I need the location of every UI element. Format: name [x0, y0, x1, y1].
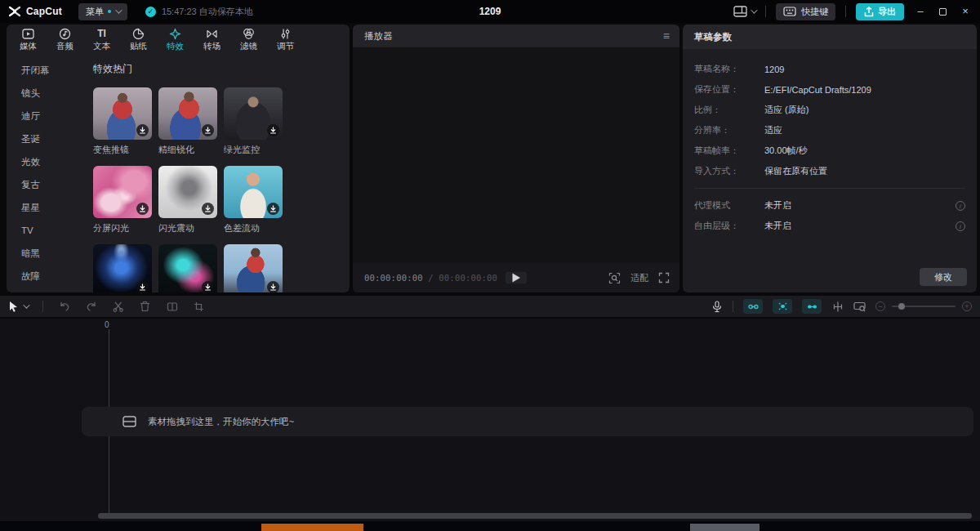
player-title: 播放器 — [364, 30, 393, 42]
freeze-frame-icon[interactable] — [166, 301, 178, 313]
preview-quality-icon[interactable] — [608, 272, 621, 284]
download-icon[interactable] — [202, 203, 214, 215]
category-item[interactable]: 星星 — [21, 196, 83, 219]
download-icon[interactable] — [136, 281, 149, 292]
effect-card[interactable]: 精细锐化 — [158, 87, 217, 156]
timeline-zoom-control: − + — [875, 301, 972, 311]
effect-card[interactable]: 光谱扫描 — [158, 244, 217, 292]
info-icon[interactable]: i — [956, 221, 965, 231]
download-icon[interactable] — [267, 124, 279, 136]
horizontal-scrollbar[interactable] — [98, 513, 972, 519]
split-icon[interactable] — [112, 301, 124, 313]
effect-thumbnail — [93, 87, 152, 140]
effect-label: 闪光震动 — [158, 222, 217, 234]
fit-timeline-icon[interactable] — [853, 301, 866, 313]
zoom-slider-handle[interactable] — [898, 303, 905, 310]
taskbar-orange-segment — [261, 524, 363, 531]
download-icon[interactable] — [267, 281, 279, 292]
row-value: 30.00帧/秒 — [764, 145, 808, 157]
tab-label: 滤镜 — [240, 41, 257, 52]
close-button[interactable]: × — [959, 0, 972, 23]
category-item[interactable]: 暗黑 — [21, 242, 83, 265]
row-value: 保留在原有位置 — [764, 165, 827, 177]
tab-sticker[interactable]: 贴纸 — [120, 25, 157, 52]
category-item[interactable]: 复古 — [21, 173, 83, 196]
effect-card[interactable]: 分屏闪光 — [93, 166, 152, 234]
download-icon[interactable] — [202, 124, 214, 136]
select-tool-button[interactable] — [8, 301, 28, 312]
preview-axis-icon[interactable] — [831, 301, 844, 313]
text-icon: TI — [97, 27, 106, 40]
tab-transition[interactable]: 转场 — [194, 25, 230, 52]
tab-text[interactable]: TI 文本 — [83, 25, 120, 52]
row-value: 未开启 — [764, 199, 791, 212]
category-item[interactable]: 光效 — [21, 150, 83, 173]
record-voiceover-icon[interactable] — [710, 301, 723, 313]
category-item[interactable]: 开闭幕 — [21, 59, 83, 82]
export-button[interactable]: 导出 — [856, 3, 904, 20]
timeline-drop-zone[interactable]: 素材拖拽到这里，开始你的大作吧~ — [82, 407, 973, 436]
linkage-toggle[interactable] — [802, 299, 822, 314]
effect-card[interactable]: 绿光监控 — [224, 87, 283, 156]
chevron-down-icon — [23, 301, 29, 308]
player-controls: 00:00:00:00 / 00:00:00:00 适配 — [353, 263, 679, 292]
category-item[interactable]: 故障 — [21, 265, 83, 288]
total-duration: 00:00:00:00 — [439, 273, 497, 283]
effect-label: 精细锐化 — [158, 144, 217, 156]
taskbar-strip — [0, 521, 980, 531]
layout-picker-button[interactable] — [733, 6, 755, 17]
effect-category-list: 开闭幕 镜头 迪厅 圣诞 光效 复古 星星 TV 暗黑 故障 扭曲 — [7, 52, 83, 292]
category-item[interactable]: TV — [21, 219, 83, 242]
draft-row-framerate: 草稿帧率： 30.00帧/秒 — [683, 141, 977, 161]
effects-icon — [169, 27, 181, 40]
download-icon[interactable] — [136, 124, 149, 136]
zoom-in-icon[interactable]: + — [962, 301, 972, 311]
auto-snap-toggle[interactable] — [773, 299, 792, 314]
tab-media[interactable]: 媒体 — [10, 25, 47, 52]
capcut-logo-icon — [8, 5, 21, 18]
download-icon[interactable] — [267, 203, 279, 215]
tab-audio[interactable]: 音频 — [47, 25, 83, 52]
tab-adjust[interactable]: 调节 — [267, 25, 304, 52]
effect-card[interactable]: 变焦推镜 — [93, 87, 152, 156]
minimize-button[interactable]: – — [914, 0, 927, 23]
effect-card[interactable]: 闪光震动 — [158, 166, 217, 234]
draft-row-resolution: 分辨率： 适应 — [683, 120, 977, 141]
info-icon[interactable]: i — [956, 201, 965, 211]
timeline-toolbar: − + — [0, 296, 980, 317]
effect-card[interactable]: 蓝光扫描 — [93, 244, 152, 292]
fit-mode-dropdown[interactable]: 适配 — [630, 272, 648, 284]
tab-label: 音频 — [56, 41, 74, 52]
keyboard-icon — [783, 7, 796, 16]
modify-button[interactable]: 修改 — [920, 268, 967, 286]
divider — [845, 6, 846, 17]
effect-card[interactable]: 色差流动 — [224, 166, 283, 234]
effect-thumbnail — [224, 166, 283, 218]
main-track-magnet-toggle[interactable] — [743, 299, 763, 314]
zoom-out-icon[interactable]: − — [875, 301, 885, 311]
media-track-icon — [122, 416, 136, 427]
divider — [694, 188, 965, 189]
tab-effects[interactable]: 特效 — [157, 25, 194, 52]
tab-filter[interactable]: 滤镜 — [230, 25, 267, 52]
menu-button[interactable]: 菜单 — [78, 3, 127, 20]
effect-label: 变焦推镜 — [93, 144, 152, 156]
download-icon[interactable] — [136, 203, 149, 215]
shortcut-button[interactable]: 快捷键 — [776, 3, 835, 20]
row-label: 自由层级： — [694, 220, 764, 232]
category-item[interactable]: 扭曲 — [21, 288, 83, 292]
maximize-button[interactable] — [939, 8, 947, 16]
player-menu-icon[interactable]: ≡ — [663, 30, 670, 42]
undo-icon[interactable] — [58, 301, 70, 313]
play-button[interactable] — [511, 272, 522, 283]
download-icon[interactable] — [202, 281, 214, 292]
category-item[interactable]: 迪厅 — [21, 105, 83, 127]
redo-icon[interactable] — [85, 301, 97, 313]
crop-icon[interactable] — [193, 301, 205, 313]
fullscreen-icon[interactable] — [658, 272, 670, 283]
delete-icon[interactable] — [139, 301, 151, 313]
category-item[interactable]: 圣诞 — [21, 127, 83, 150]
category-item[interactable]: 镜头 — [21, 82, 83, 105]
effect-card[interactable]: 表面模糊 — [224, 244, 283, 292]
zoom-slider[interactable] — [892, 306, 956, 307]
